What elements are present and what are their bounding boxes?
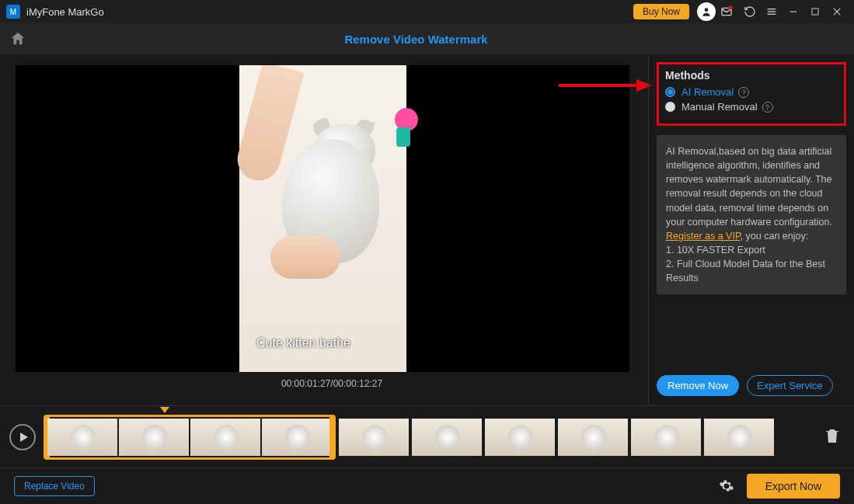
side-panel: Methods AI Removal ? Manual Removal ? AI… (648, 54, 854, 405)
remove-now-button[interactable]: Remove Now (657, 375, 739, 396)
svg-point-0 (705, 8, 709, 12)
timecode-label: 00:00:01:27/00:00:12:27 (16, 378, 648, 389)
watermark-text: Cute kitten bathe (256, 336, 350, 350)
video-frame (239, 65, 406, 372)
refresh-icon[interactable] (741, 2, 759, 21)
app-logo-icon: M (6, 5, 20, 19)
expert-service-button[interactable]: Expert Service (747, 375, 833, 396)
method-description: AI Removal,based on big data artificial … (657, 135, 846, 294)
video-canvas[interactable]: Cute kitten bathe (16, 65, 629, 372)
minimize-icon[interactable] (784, 2, 803, 21)
app-title: iMyFone MarkGo (26, 6, 104, 18)
mail-icon[interactable] (719, 2, 737, 21)
user-icon[interactable] (697, 2, 716, 21)
svg-rect-6 (812, 9, 818, 15)
clip-thumb[interactable] (47, 419, 117, 456)
close-icon[interactable] (828, 2, 846, 21)
methods-group: Methods AI Removal ? Manual Removal ? (657, 62, 846, 126)
clip-strip[interactable] (44, 415, 815, 460)
clip-thumb[interactable] (485, 419, 555, 456)
help-icon[interactable]: ? (738, 87, 749, 98)
menu-icon[interactable] (762, 2, 781, 21)
maximize-icon[interactable] (806, 2, 824, 21)
page-title: Remove Video Watermark (0, 33, 845, 46)
clip-thumb[interactable] (704, 419, 774, 456)
replace-video-button[interactable]: Replace Video (14, 476, 95, 496)
playhead-icon[interactable] (160, 407, 169, 413)
timeline (0, 405, 854, 468)
clip-thumb[interactable] (631, 419, 701, 456)
help-icon[interactable]: ? (762, 102, 773, 113)
clip-thumb[interactable] (119, 419, 189, 456)
bottom-bar: Replace Video Export Now (0, 468, 854, 503)
clip-thumb[interactable] (339, 419, 409, 456)
delete-clip-button[interactable] (823, 426, 845, 448)
export-now-button[interactable]: Export Now (747, 474, 840, 499)
register-vip-link[interactable]: Register as a VIP (666, 231, 741, 242)
clip-thumb[interactable] (412, 419, 482, 456)
clip-thumb[interactable] (190, 419, 260, 456)
settings-icon[interactable] (719, 478, 734, 494)
selected-clip-range[interactable] (44, 415, 336, 460)
clip-thumb[interactable] (262, 419, 332, 456)
buy-now-button[interactable]: Buy Now (633, 4, 689, 19)
sub-header: Remove Video Watermark (0, 23, 854, 54)
title-bar: M iMyFone MarkGo Buy Now (0, 0, 854, 23)
clip-thumb[interactable] (558, 419, 628, 456)
video-preview-pane: Cute kitten bathe 00:00:01:27/00:00:12:2… (0, 54, 648, 405)
ai-removal-radio[interactable]: AI Removal ? (665, 86, 838, 98)
play-button[interactable] (9, 424, 36, 450)
methods-heading: Methods (665, 69, 838, 82)
manual-removal-radio[interactable]: Manual Removal ? (665, 101, 838, 113)
